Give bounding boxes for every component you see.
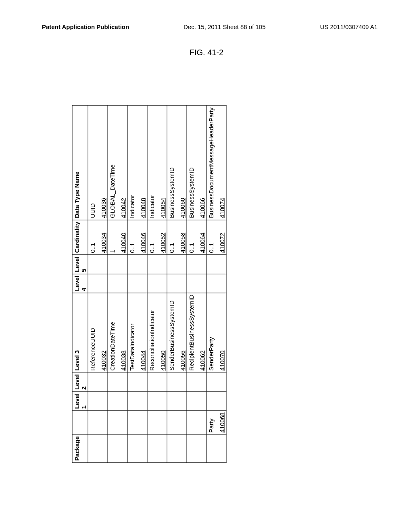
cell-level5: [147, 255, 167, 274]
cell-level2: [127, 372, 147, 391]
cell-level1: [88, 392, 108, 411]
header-center: Dec. 15, 2011 Sheet 88 of 105: [184, 23, 266, 30]
cell-cardinality: 0..1410052: [147, 220, 167, 255]
cell-cardinality: 0..1410072: [206, 220, 226, 255]
cell-level2: [187, 372, 206, 391]
cell-datatype-value: UUID: [89, 108, 96, 218]
cell-level2: [108, 372, 127, 391]
cell-level3-ref: 410050: [159, 295, 166, 370]
cell-datatype: Indicator410048: [127, 106, 147, 220]
data-table-wrap: Package Level 1 Level 2 Level 3 Level 4 …: [72, 106, 227, 463]
table-row: SenderBusinessSystemID410056 0..1410058B…: [167, 106, 187, 463]
cell-cardinality-ref: 410034: [100, 222, 107, 253]
cell-level4: [167, 274, 187, 293]
cell-sub: [108, 411, 127, 434]
cell-level4: [108, 274, 127, 293]
cell-level1: [108, 392, 127, 411]
cell-level4: [187, 274, 206, 293]
cell-cardinality-value: 0..1: [89, 222, 96, 253]
table-row: RecipientBusinessSystemID410062 0..14100…: [187, 106, 206, 463]
cell-level3-value: ReconciliationIndicator: [148, 295, 155, 370]
cell-level3-value: TestDataIndicator: [129, 295, 136, 370]
cell-cardinality: 1410040: [108, 220, 127, 255]
col-level5: Level 5: [72, 255, 88, 274]
table-row: Party410068 SenderParty410070 0..1410072…: [206, 106, 226, 463]
cell-cardinality: 0..1410046: [127, 220, 147, 255]
col-level1: Level 1: [72, 392, 88, 411]
cell-level5: [88, 255, 108, 274]
cell-datatype-ref: 410048: [140, 108, 146, 218]
cell-datatype-value: BusinessSystemID: [188, 108, 195, 218]
cell-level4: [206, 274, 226, 293]
cell-level5: [167, 255, 187, 274]
cell-datatype-value: BusinessDocumentMessageHeaderParty: [208, 108, 215, 218]
cell-level3: TestDataIndicator410044: [127, 293, 147, 372]
cell-datatype-ref: 410066: [199, 108, 206, 218]
cell-datatype-ref: 410054: [159, 108, 166, 218]
cell-level5: [127, 255, 147, 274]
cell-datatype-value: BusinessSystemID: [168, 108, 175, 218]
cell-cardinality-ref: 410072: [219, 222, 225, 253]
cell-sub-value: [148, 412, 155, 432]
cell-datatype: UUID410036: [88, 106, 108, 220]
page-header: Patent Application Publication Dec. 15, …: [0, 0, 413, 33]
cell-package: [206, 434, 226, 463]
cell-sub: [147, 411, 167, 434]
table-row: TestDataIndicator410044 0..1410046Indica…: [127, 106, 147, 463]
cell-level1: [127, 392, 147, 411]
cell-datatype: Indicator410054: [147, 106, 167, 220]
col-cardinality: Cardinality: [72, 220, 88, 255]
cell-package: [108, 434, 127, 463]
cell-level2: [88, 372, 108, 391]
header-right: US 2011/0307409 A1: [320, 23, 378, 30]
cell-level3-ref: 410070: [219, 295, 225, 370]
cell-cardinality-value: 1: [109, 222, 116, 253]
cell-level1: [147, 392, 167, 411]
cell-datatype: BusinessSystemID410060: [167, 106, 187, 220]
table-body: ReferenceUUID410032 0..1410034UUID410036…: [88, 106, 226, 463]
cell-level3-ref: 410038: [120, 295, 127, 370]
cell-level2: [206, 372, 226, 391]
col-package: Package: [72, 434, 88, 463]
cell-cardinality-value: 0..1: [129, 222, 136, 253]
cell-level4: [127, 274, 147, 293]
col-sub: [72, 411, 88, 434]
cell-datatype-value: Indicator: [148, 108, 155, 218]
cell-package: [147, 434, 167, 463]
cell-level4: [88, 274, 108, 293]
cell-sub: [88, 411, 108, 434]
cell-sub: Party410068: [206, 411, 226, 434]
cell-level3-ref: 410044: [140, 295, 146, 370]
cell-sub-value: [168, 412, 175, 432]
cell-level1: [206, 392, 226, 411]
cell-level3: ReconciliationIndicator410050: [147, 293, 167, 372]
cell-package: [88, 434, 108, 463]
cell-sub-value: [109, 412, 116, 432]
table-row: ReconciliationIndicator410050 0..1410052…: [147, 106, 167, 463]
data-table: Package Level 1 Level 2 Level 3 Level 4 …: [72, 106, 227, 463]
cell-level1: [187, 392, 206, 411]
cell-level3-ref: 410032: [100, 295, 107, 370]
cell-datatype: GLOBAL_DateTime410042: [108, 106, 127, 220]
cell-level1: [167, 392, 187, 411]
cell-level4: [147, 274, 167, 293]
cell-sub-value: Party: [208, 412, 215, 432]
cell-cardinality-value: 0..1: [188, 222, 195, 253]
cell-level5: [206, 255, 226, 274]
cell-datatype-ref: 410074: [219, 108, 225, 218]
table-head-row: Package Level 1 Level 2 Level 3 Level 4 …: [72, 106, 88, 463]
cell-cardinality-ref: 410046: [140, 222, 146, 253]
cell-datatype-ref: 410060: [179, 108, 186, 218]
cell-level3: CreationDateTime410038: [108, 293, 127, 372]
cell-cardinality: 0..1410064: [187, 220, 206, 255]
cell-cardinality-ref: 410058: [179, 222, 186, 253]
cell-level3: ReferenceUUID410032: [88, 293, 108, 372]
table-row: CreationDateTime410038 1410040GLOBAL_Dat…: [108, 106, 127, 463]
cell-sub-value: [89, 412, 96, 432]
cell-package: [167, 434, 187, 463]
cell-package: [127, 434, 147, 463]
cell-level3-ref: 410056: [179, 295, 186, 370]
cell-package: [187, 434, 206, 463]
cell-cardinality-value: 0..1: [148, 222, 155, 253]
cell-datatype-ref: 410042: [120, 108, 127, 218]
